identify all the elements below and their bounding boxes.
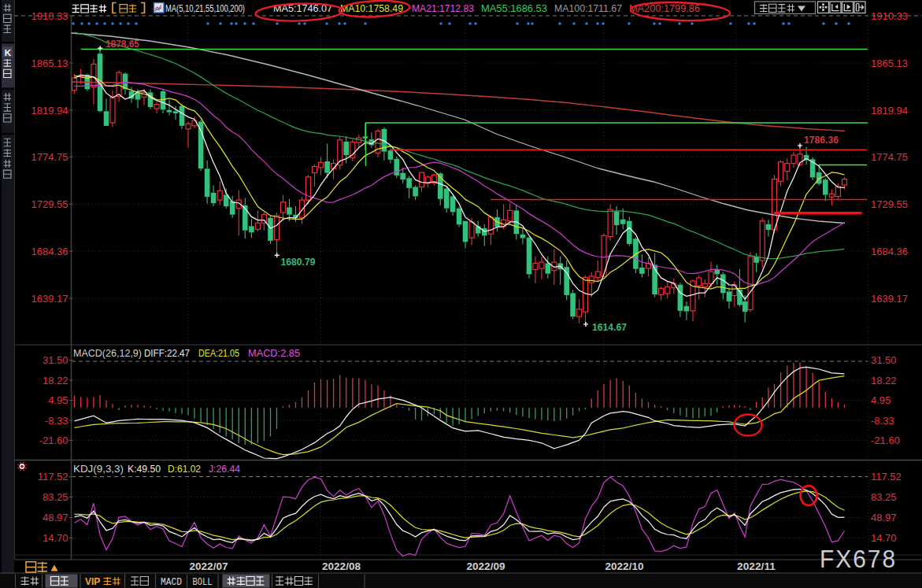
- svg-text:MA(5,10,21,55,100,200): MA(5,10,21,55,100,200): [165, 2, 245, 14]
- svg-text:4.95: 4.95: [48, 394, 68, 406]
- svg-text:K: K: [5, 48, 12, 57]
- svg-text:MACD:2.85: MACD:2.85: [248, 348, 300, 359]
- svg-text:1729.55: 1729.55: [871, 198, 908, 210]
- svg-text:2022/09: 2022/09: [467, 561, 505, 572]
- svg-text:14.70: 14.70: [43, 532, 69, 544]
- svg-text:2022/08: 2022/08: [322, 561, 361, 572]
- svg-text:48.97: 48.97: [43, 512, 69, 523]
- svg-text:31.50: 31.50: [43, 354, 69, 366]
- svg-text:-21.60: -21.60: [871, 435, 900, 446]
- svg-text:MA55:1686.53: MA55:1686.53: [481, 2, 547, 14]
- svg-text:18.22: 18.22: [43, 375, 69, 386]
- svg-text:1910.33: 1910.33: [31, 10, 69, 22]
- svg-text:2022/07: 2022/07: [190, 561, 228, 572]
- svg-text:1786.36: 1786.36: [804, 135, 839, 146]
- svg-text:MA100:1711.67: MA100:1711.67: [554, 2, 622, 14]
- svg-text:1684.36: 1684.36: [871, 246, 908, 257]
- svg-text:1729.55: 1729.55: [31, 198, 69, 210]
- svg-text:MA21:1712.83: MA21:1712.83: [412, 2, 474, 14]
- svg-text:18.22: 18.22: [871, 375, 897, 386]
- svg-text:1865.13: 1865.13: [31, 57, 69, 69]
- svg-text:1878.65: 1878.65: [106, 39, 139, 50]
- svg-text:4.95: 4.95: [871, 394, 891, 406]
- svg-text:D:61.02: D:61.02: [168, 464, 201, 475]
- svg-text:117.52: 117.52: [871, 471, 902, 483]
- svg-text:K:49.50: K:49.50: [128, 464, 161, 475]
- svg-text:1819.94: 1819.94: [31, 105, 69, 116]
- svg-text:-8.33: -8.33: [871, 415, 894, 427]
- svg-text:1639.17: 1639.17: [31, 293, 69, 305]
- svg-text:31.50: 31.50: [871, 354, 897, 366]
- svg-text:14.70: 14.70: [871, 532, 897, 544]
- svg-text:1639.17: 1639.17: [871, 293, 908, 305]
- svg-text:1910.33: 1910.33: [871, 10, 908, 22]
- svg-text:J:26.44: J:26.44: [209, 464, 240, 475]
- svg-text:1865.13: 1865.13: [871, 57, 908, 69]
- svg-text:1684.36: 1684.36: [31, 246, 69, 257]
- svg-text:DEA:21.05: DEA:21.05: [198, 348, 239, 359]
- svg-text:2022/11: 2022/11: [737, 561, 776, 572]
- svg-text:48.97: 48.97: [871, 512, 897, 523]
- svg-text:2022/10: 2022/10: [605, 561, 644, 572]
- svg-text:-21.60: -21.60: [39, 435, 69, 446]
- svg-text:1819.94: 1819.94: [871, 105, 908, 116]
- svg-text:1774.75: 1774.75: [31, 151, 69, 163]
- svg-text:FX678: FX678: [820, 545, 897, 573]
- svg-text:83.25: 83.25: [43, 491, 69, 503]
- svg-text:83.25: 83.25: [871, 491, 897, 503]
- svg-text:BOLL: BOLL: [193, 577, 213, 588]
- svg-text:1614.67: 1614.67: [592, 322, 627, 333]
- svg-text:1680.79: 1680.79: [281, 257, 316, 268]
- svg-text:-8.33: -8.33: [45, 415, 69, 427]
- svg-text:117.52: 117.52: [38, 471, 69, 483]
- svg-text:MACD(26,12,9): MACD(26,12,9): [73, 348, 142, 359]
- svg-text:DIFF:22.47: DIFF:22.47: [144, 348, 190, 359]
- svg-text:1774.75: 1774.75: [871, 151, 908, 163]
- svg-text:KDJ(9,3,3): KDJ(9,3,3): [73, 464, 124, 475]
- svg-text:MACD: MACD: [161, 577, 182, 588]
- svg-text:VIP: VIP: [85, 576, 100, 587]
